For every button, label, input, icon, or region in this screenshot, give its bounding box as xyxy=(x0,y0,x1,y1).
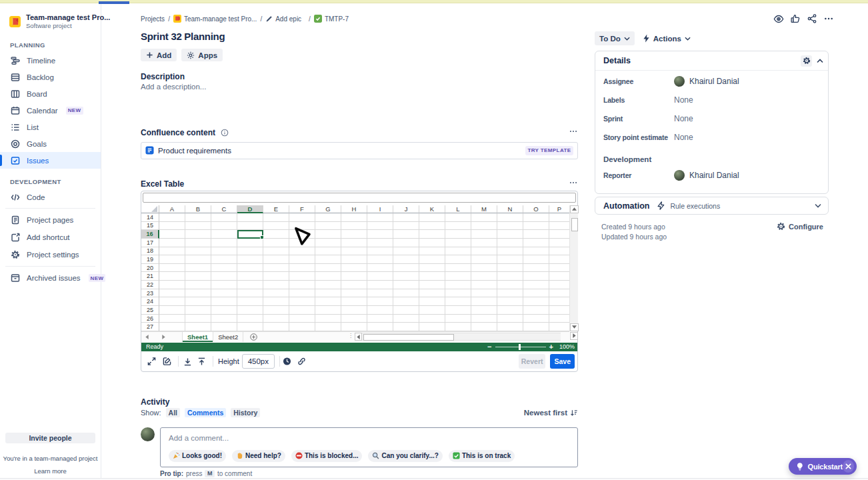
cell-I26[interactable] xyxy=(367,315,393,323)
cell-A20[interactable] xyxy=(159,264,185,273)
cell-J25[interactable] xyxy=(393,306,419,315)
sidebar-item-backlog[interactable]: Backlog xyxy=(0,69,101,85)
cell-J19[interactable] xyxy=(393,255,419,264)
column-header-K[interactable]: K xyxy=(419,205,445,214)
cell-P24[interactable] xyxy=(549,297,569,306)
row-header-26[interactable]: 26 xyxy=(141,315,159,323)
cell-B15[interactable] xyxy=(185,222,211,231)
cell-A19[interactable] xyxy=(159,255,185,264)
cell-I25[interactable] xyxy=(367,306,393,315)
formula-bar-input[interactable] xyxy=(143,193,576,203)
cell-B19[interactable] xyxy=(185,255,211,264)
cell-L25[interactable] xyxy=(445,306,471,315)
cell-A15[interactable] xyxy=(159,222,185,231)
cell-M26[interactable] xyxy=(471,315,497,323)
reporter-value[interactable]: Khairul Danial xyxy=(674,170,739,181)
watch-eye-icon[interactable] xyxy=(773,13,784,24)
cell-I23[interactable] xyxy=(367,289,393,298)
cell-O21[interactable] xyxy=(523,272,549,281)
description-placeholder[interactable]: Add a description... xyxy=(141,83,578,92)
cell-O14[interactable] xyxy=(523,213,549,222)
cell-G14[interactable] xyxy=(315,213,341,222)
column-header-H[interactable]: H xyxy=(341,205,367,214)
cell-P17[interactable] xyxy=(549,239,569,247)
cell-G19[interactable] xyxy=(315,255,341,264)
share-icon[interactable] xyxy=(807,13,817,24)
cell-A23[interactable] xyxy=(159,289,185,298)
cell-H23[interactable] xyxy=(341,289,367,298)
cell-K16[interactable] xyxy=(419,230,445,239)
cell-O17[interactable] xyxy=(523,239,549,247)
cell-N16[interactable] xyxy=(497,230,523,239)
cell-N19[interactable] xyxy=(497,255,523,264)
cell-O25[interactable] xyxy=(523,306,549,315)
cell-C18[interactable] xyxy=(211,247,237,256)
cell-H18[interactable] xyxy=(341,247,367,256)
cell-P22[interactable] xyxy=(549,281,569,289)
cell-H20[interactable] xyxy=(341,264,367,273)
cell-C27[interactable] xyxy=(211,323,237,331)
cell-J18[interactable] xyxy=(393,247,419,256)
cell-J14[interactable] xyxy=(393,213,419,222)
cell-F23[interactable] xyxy=(289,289,315,298)
cell-K23[interactable] xyxy=(419,289,445,298)
cell-B24[interactable] xyxy=(185,297,211,306)
cell-E17[interactable] xyxy=(263,239,289,247)
cell-K15[interactable] xyxy=(419,222,445,231)
cell-L27[interactable] xyxy=(445,323,471,331)
cell-F14[interactable] xyxy=(289,213,315,222)
cell-C17[interactable] xyxy=(211,239,237,247)
project-header[interactable]: Team-manage test Pro... Software project xyxy=(0,4,101,36)
expand-icon[interactable] xyxy=(147,354,156,369)
cell-H22[interactable] xyxy=(341,281,367,289)
select-all-corner[interactable] xyxy=(141,205,159,214)
row-header-16[interactable]: 16 xyxy=(141,230,159,239)
height-input[interactable]: 450px xyxy=(242,354,275,369)
breadcrumb-projects[interactable]: Projects xyxy=(141,15,165,23)
cell-M24[interactable] xyxy=(471,297,497,306)
cell-A18[interactable] xyxy=(159,247,185,256)
cell-F19[interactable] xyxy=(289,255,315,264)
cell-D19[interactable] xyxy=(237,255,263,264)
user-avatar[interactable] xyxy=(141,427,155,441)
status-dropdown[interactable]: To Do xyxy=(595,31,635,45)
cell-M22[interactable] xyxy=(471,281,497,289)
quick-reply-need-help[interactable]: Need help? xyxy=(232,450,285,462)
assignee-value[interactable]: Khairul Danial xyxy=(674,76,739,87)
cell-B26[interactable] xyxy=(185,315,211,323)
scroll-up-button[interactable] xyxy=(570,205,579,213)
cell-C14[interactable] xyxy=(211,213,237,222)
cell-L16[interactable] xyxy=(445,230,471,239)
filter-all[interactable]: All xyxy=(166,408,180,417)
cell-A27[interactable] xyxy=(159,323,185,331)
cell-O27[interactable] xyxy=(523,323,549,331)
column-header-N[interactable]: N xyxy=(497,205,523,214)
zoom-slider-thumb[interactable] xyxy=(519,344,521,350)
save-button[interactable]: Save xyxy=(550,354,575,369)
cell-E22[interactable] xyxy=(263,281,289,289)
cell-I21[interactable] xyxy=(367,272,393,281)
cell-B25[interactable] xyxy=(185,306,211,315)
cell-P25[interactable] xyxy=(549,306,569,315)
cell-C16[interactable] xyxy=(211,230,237,239)
cell-B23[interactable] xyxy=(185,289,211,298)
cell-A24[interactable] xyxy=(159,297,185,306)
sprint-value[interactable]: None xyxy=(674,114,693,123)
horizontal-scroll-thumb[interactable] xyxy=(363,334,454,341)
filter-comments[interactable]: Comments xyxy=(185,408,226,417)
cell-G15[interactable] xyxy=(315,222,341,231)
cell-P18[interactable] xyxy=(549,247,569,256)
row-header-17[interactable]: 17 xyxy=(141,239,159,247)
column-header-F[interactable]: F xyxy=(289,205,315,214)
cell-J17[interactable] xyxy=(393,239,419,247)
column-header-O[interactable]: O xyxy=(523,205,549,214)
cell-J16[interactable] xyxy=(393,230,419,239)
scroll-left-button[interactable] xyxy=(355,333,362,341)
cell-D16[interactable] xyxy=(237,230,263,239)
cell-O20[interactable] xyxy=(523,264,549,273)
cell-D22[interactable] xyxy=(237,281,263,289)
cell-M18[interactable] xyxy=(471,247,497,256)
sidebar-item-code[interactable]: Code xyxy=(0,189,101,205)
zoom-slider[interactable] xyxy=(495,347,546,347)
comment-input[interactable]: Add a comment... Looks good! Need help? … xyxy=(160,427,578,467)
